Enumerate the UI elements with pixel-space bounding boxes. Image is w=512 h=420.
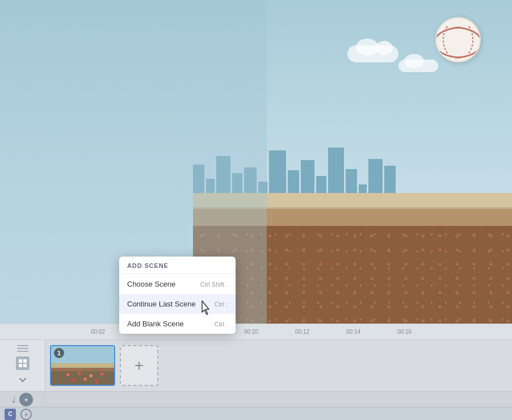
context-menu-item-add-blank-scene[interactable]: Add Blank Scene Ctrl .	[119, 314, 236, 334]
add-scene-plus-icon: +	[135, 356, 144, 375]
svg-point-12	[72, 379, 75, 382]
audio-track: ♩ +	[0, 391, 512, 407]
svg-point-10	[89, 374, 93, 377]
svg-rect-6	[51, 363, 115, 368]
scene-number-badge: 1	[54, 348, 64, 358]
drag-line-1	[17, 345, 28, 346]
svg-rect-1	[23, 359, 27, 363]
track-drag-handle[interactable]	[17, 345, 28, 352]
canvas-area	[0, 0, 512, 324]
ruler-mark-6: 00:14	[346, 324, 360, 339]
track-content: 1 +	[45, 340, 512, 391]
add-blank-scene-label: Add Blank Scene	[127, 320, 184, 328]
status-add-button[interactable]: +	[20, 409, 32, 420]
svg-rect-3	[23, 364, 27, 367]
ruler-mark-7: 00:16	[397, 324, 412, 339]
timeline-ruler: 00:02 00:04 00:08 00:10 00:12 00:14 00:1…	[0, 324, 512, 340]
add-audio-button[interactable]: +	[19, 393, 33, 406]
ruler-mark-5: 00:12	[295, 324, 309, 339]
svg-point-13	[83, 377, 87, 381]
continue-last-scene-label: Continue Last Scene	[127, 300, 196, 308]
track-controls	[0, 340, 45, 391]
continue-last-scene-shortcut: Ctrl ;	[215, 301, 228, 308]
svg-point-14	[95, 380, 98, 383]
ruler-mark-1: 00:02	[91, 324, 105, 339]
context-menu: ADD SCENE Choose Scene Ctrl Shift . Cont…	[119, 257, 236, 334]
track-collapse-btn[interactable]	[17, 375, 28, 386]
context-menu-item-continue-last-scene[interactable]: Continue Last Scene Ctrl ;	[119, 294, 236, 314]
baseball	[435, 17, 481, 62]
audio-note-icon: ♩	[12, 395, 16, 404]
ruler-mark-4: 00:10	[244, 324, 258, 339]
cloud-2	[398, 60, 438, 72]
scene-thumbnail-1[interactable]: 1	[50, 345, 115, 386]
add-blank-scene-shortcut: Ctrl .	[215, 321, 228, 327]
context-menu-item-choose-scene[interactable]: Choose Scene Ctrl Shift .	[119, 274, 236, 294]
svg-rect-0	[19, 359, 22, 363]
svg-point-9	[78, 372, 81, 375]
brand-icon: C	[5, 409, 16, 420]
svg-rect-2	[19, 364, 22, 367]
svg-point-11	[100, 372, 104, 376]
svg-rect-7	[51, 368, 115, 371]
svg-point-8	[66, 373, 70, 376]
status-bar: C +	[0, 407, 512, 420]
toolbar: 00:02 00:04 00:08 00:10 00:12 00:14 00:1…	[0, 324, 512, 420]
cloud-1	[347, 45, 398, 62]
context-menu-header: ADD SCENE	[119, 257, 236, 274]
drag-line-2	[17, 348, 28, 349]
drag-line-3	[17, 351, 28, 352]
choose-scene-label: Choose Scene	[127, 280, 175, 288]
choose-scene-shortcut: Ctrl Shift .	[200, 281, 228, 288]
add-scene-button[interactable]: +	[120, 345, 158, 386]
audio-controls: ♩ +	[0, 392, 45, 407]
track-area: 1 +	[0, 340, 512, 391]
track-grid-icon[interactable]	[16, 356, 30, 370]
